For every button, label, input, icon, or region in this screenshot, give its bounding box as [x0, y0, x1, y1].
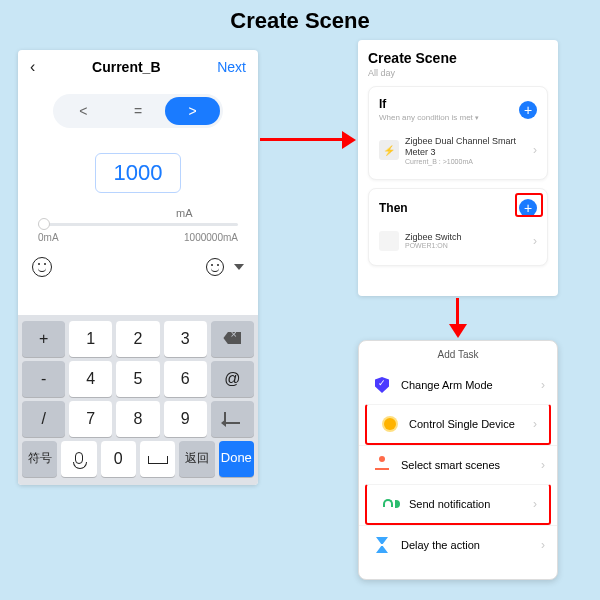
- slider-thumb[interactable]: [38, 218, 50, 230]
- key-minus[interactable]: -: [22, 361, 65, 397]
- condition-device-name: Zigbee Dual Channel Smart Meter 3: [405, 136, 527, 158]
- chevron-right-icon: ›: [533, 143, 537, 157]
- range-max-label: 1000000mA: [184, 232, 238, 243]
- keyboard-collapse-icon[interactable]: [234, 264, 244, 270]
- key-slash[interactable]: /: [22, 401, 65, 437]
- key-done[interactable]: Done: [219, 441, 254, 477]
- value-input[interactable]: 1000: [95, 153, 181, 193]
- return-icon: [224, 412, 240, 424]
- task-select-smart-scenes[interactable]: Select smart scenes ›: [359, 445, 557, 484]
- highlight-add-action: [515, 193, 543, 217]
- comparator-equal[interactable]: =: [111, 97, 166, 125]
- create-scene-subtitle: All day: [368, 68, 548, 78]
- create-scene-title: Create Scene: [368, 50, 548, 66]
- key-4[interactable]: 4: [69, 361, 112, 397]
- if-subtitle: When any condition is met ▾: [379, 113, 479, 122]
- key-return[interactable]: [211, 401, 254, 437]
- smiley-icon[interactable]: [206, 258, 224, 276]
- next-button[interactable]: Next: [217, 59, 246, 75]
- condition-device-sub: Current_B : >1000mA: [405, 158, 527, 165]
- action-device-sub: POWER1:ON: [405, 242, 527, 249]
- key-9[interactable]: 9: [164, 401, 207, 437]
- screen-title: Current_B: [92, 59, 160, 75]
- value-unit: mA: [176, 207, 193, 219]
- comparator-less-than[interactable]: <: [56, 97, 111, 125]
- key-at[interactable]: @: [211, 361, 254, 397]
- task-change-arm-mode[interactable]: Change Arm Mode ›: [359, 366, 557, 404]
- device-icon: ⚡: [379, 140, 399, 160]
- key-1[interactable]: 1: [69, 321, 112, 357]
- key-8[interactable]: 8: [116, 401, 159, 437]
- space-icon: [148, 456, 168, 464]
- phone-screen-add-task: Add Task Change Arm Mode › Control Singl…: [358, 340, 558, 580]
- action-device-name: Zigbee Switch: [405, 232, 527, 243]
- task-control-single-device[interactable]: Control Single Device ›: [365, 404, 551, 445]
- key-3[interactable]: 3: [164, 321, 207, 357]
- key-space[interactable]: [140, 441, 175, 477]
- action-row[interactable]: Zigbee Switch POWER1:ON ›: [379, 227, 537, 255]
- numeric-keyboard: + 1 2 3 - 4 5 6 @ / 7 8 9 符号 0 返回 Done: [18, 315, 258, 485]
- mic-icon: [75, 452, 83, 464]
- arrow-left-to-right: [260, 130, 356, 150]
- shield-icon: [373, 376, 391, 394]
- key-2[interactable]: 2: [116, 321, 159, 357]
- if-title: If: [379, 97, 479, 111]
- phone-screen-create-scene: Create Scene All day If When any conditi…: [358, 40, 558, 296]
- then-title: Then: [379, 201, 408, 215]
- back-button[interactable]: ‹: [30, 58, 35, 76]
- task-delay-action[interactable]: Delay the action ›: [359, 525, 557, 564]
- device-icon: [379, 231, 399, 251]
- backspace-icon: [223, 332, 241, 344]
- key-5[interactable]: 5: [116, 361, 159, 397]
- then-card: Then + Zigbee Switch POWER1:ON ›: [368, 188, 548, 266]
- key-back[interactable]: 返回: [179, 441, 214, 477]
- lightbulb-icon: [381, 415, 399, 433]
- value-slider[interactable]: [38, 223, 238, 226]
- task-label: Control Single Device: [409, 418, 515, 430]
- chevron-right-icon: ›: [533, 497, 537, 511]
- condition-row[interactable]: ⚡ Zigbee Dual Channel Smart Meter 3 Curr…: [379, 132, 537, 169]
- comparator-greater-than[interactable]: >: [165, 97, 220, 125]
- hourglass-icon: [373, 536, 391, 554]
- task-label: Delay the action: [401, 539, 480, 551]
- chevron-right-icon: ›: [533, 417, 537, 431]
- key-symbols[interactable]: 符号: [22, 441, 57, 477]
- chevron-right-icon: ›: [541, 538, 545, 552]
- task-label: Select smart scenes: [401, 459, 500, 471]
- scene-icon: [373, 456, 391, 474]
- chevron-right-icon: ›: [541, 378, 545, 392]
- chevron-right-icon: ›: [541, 458, 545, 472]
- key-plus[interactable]: +: [22, 321, 65, 357]
- key-0[interactable]: 0: [101, 441, 136, 477]
- add-task-title: Add Task: [359, 349, 557, 360]
- chevron-right-icon: ›: [533, 234, 537, 248]
- range-min-label: 0mA: [38, 232, 59, 243]
- phone-screen-condition: ‹ Current_B Next < = > 1000 mA 0mA 10000…: [18, 50, 258, 485]
- add-condition-button[interactable]: +: [519, 101, 537, 119]
- phone-notify-icon: [381, 495, 399, 513]
- sticker-icon[interactable]: [32, 257, 52, 277]
- arrow-top-to-bottom: [448, 298, 468, 338]
- task-label: Change Arm Mode: [401, 379, 493, 391]
- key-backspace[interactable]: [211, 321, 254, 357]
- task-label: Send notification: [409, 498, 490, 510]
- task-send-notification[interactable]: Send notification ›: [365, 484, 551, 525]
- page-title: Create Scene: [0, 8, 600, 34]
- key-7[interactable]: 7: [69, 401, 112, 437]
- if-card: If When any condition is met ▾ + ⚡ Zigbe…: [368, 86, 548, 180]
- key-mic[interactable]: [61, 441, 96, 477]
- comparator-segmented: < = >: [53, 94, 223, 128]
- key-6[interactable]: 6: [164, 361, 207, 397]
